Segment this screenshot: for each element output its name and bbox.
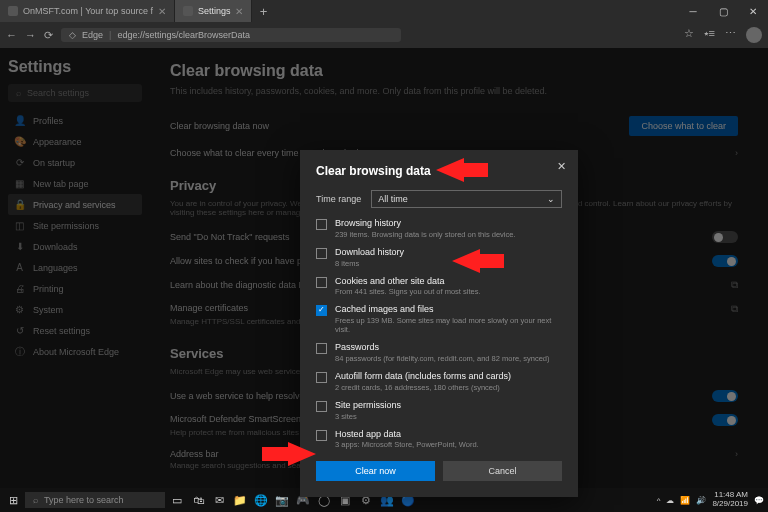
annotation-arrow <box>262 447 288 461</box>
annotation-arrow <box>480 254 504 268</box>
tray-icon[interactable]: 🔊 <box>696 496 706 505</box>
app-icon[interactable]: 📁 <box>231 491 249 509</box>
favorites-list-icon[interactable]: ⭑≡ <box>704 27 715 43</box>
item-title: Site permissions <box>335 400 401 411</box>
address-bar: ← → ⟳ ◇ Edge | edge://settings/clearBrow… <box>0 22 768 48</box>
item-title: Cached images and files <box>335 304 562 315</box>
browser-tab[interactable]: OnMSFT.com | Your top source f ✕ <box>0 0 175 22</box>
tab-label: Settings <box>198 6 231 16</box>
checkbox[interactable] <box>316 343 327 354</box>
checkbox[interactable] <box>316 430 327 441</box>
checkbox[interactable] <box>316 372 327 383</box>
favorite-icon[interactable]: ☆ <box>684 27 694 43</box>
clear-data-item[interactable]: Autofill form data (includes forms and c… <box>316 371 562 392</box>
url-text: edge://settings/clearBrowserData <box>117 30 250 40</box>
minimize-icon[interactable]: ─ <box>678 6 708 17</box>
clear-data-dialog: ✕ Clear browsing data Time range All tim… <box>300 150 578 497</box>
item-title: Cookies and other site data <box>335 276 480 287</box>
checkbox[interactable] <box>316 305 327 316</box>
close-icon[interactable]: ✕ <box>738 6 768 17</box>
clear-data-item[interactable]: Browsing history239 items. Browsing data… <box>316 218 562 239</box>
main: Settings ⌕ Search settings 👤Profiles🎨App… <box>0 48 768 488</box>
checkbox[interactable] <box>316 248 327 259</box>
cancel-button[interactable]: Cancel <box>443 461 562 481</box>
forward-icon[interactable]: → <box>25 29 36 41</box>
notifications-icon[interactable]: 💬 <box>754 496 764 505</box>
clear-data-item[interactable]: Cached images and filesFrees up 139 MB. … <box>316 304 562 334</box>
clear-now-button[interactable]: Clear now <box>316 461 435 481</box>
app-icon[interactable]: ✉ <box>210 491 228 509</box>
item-title: Download history <box>335 247 404 258</box>
avatar[interactable] <box>746 27 762 43</box>
clock-date: 8/29/2019 <box>712 500 748 509</box>
app-icon[interactable]: 📷 <box>273 491 291 509</box>
url-prefix: Edge <box>82 30 103 40</box>
search-icon: ⌕ <box>33 495 38 505</box>
item-title: Hosted app data <box>335 429 479 440</box>
close-tab-icon[interactable]: ✕ <box>158 6 166 17</box>
edge-icon: ◇ <box>69 30 76 40</box>
annotation-arrow <box>464 163 488 177</box>
clear-data-item[interactable]: Cookies and other site dataFrom 441 site… <box>316 276 562 297</box>
titlebar: OnMSFT.com | Your top source f ✕ Setting… <box>0 0 768 22</box>
item-desc: 2 credit cards, 16 addresses, 180 others… <box>335 383 511 392</box>
annotation-arrow <box>288 442 316 466</box>
tab-label: OnMSFT.com | Your top source f <box>23 6 153 16</box>
annotation-arrow <box>436 158 464 182</box>
item-desc: 239 items. Browsing data is only stored … <box>335 230 516 239</box>
clear-data-item[interactable]: Passwords84 passwords (for fidelity.com,… <box>316 342 562 363</box>
time-range-label: Time range <box>316 194 361 204</box>
favicon-icon <box>183 6 193 16</box>
app-icon[interactable]: 🛍 <box>189 491 207 509</box>
menu-icon[interactable]: ⋯ <box>725 27 736 43</box>
url-input[interactable]: ◇ Edge | edge://settings/clearBrowserDat… <box>61 28 401 42</box>
item-title: Passwords <box>335 342 550 353</box>
item-desc: 84 passwords (for fidelity.com, reddit.c… <box>335 354 550 363</box>
clear-data-item[interactable]: Download history8 items <box>316 247 562 268</box>
checkbox[interactable] <box>316 277 327 288</box>
item-desc: 8 items <box>335 259 404 268</box>
clear-data-item[interactable]: Hosted app data3 apps: Microsoft Store, … <box>316 429 562 450</box>
new-tab-button[interactable]: + <box>252 4 274 19</box>
favicon-icon <box>8 6 18 16</box>
back-icon[interactable]: ← <box>6 29 17 41</box>
close-tab-icon[interactable]: ✕ <box>235 6 243 17</box>
window-controls: ─ ▢ ✕ <box>678 6 768 17</box>
item-title: Autofill form data (includes forms and c… <box>335 371 511 382</box>
checkbox[interactable] <box>316 401 327 412</box>
task-view-icon[interactable]: ▭ <box>168 491 186 509</box>
chevron-down-icon: ⌄ <box>547 194 555 204</box>
clear-data-item[interactable]: Site permissions3 sites <box>316 400 562 421</box>
tray-icon[interactable]: ^ <box>657 496 661 505</box>
item-title: Browsing history <box>335 218 516 229</box>
item-desc: Frees up 139 MB. Some sites may load mor… <box>335 316 562 334</box>
system-tray[interactable]: ^ ☁ 📶 🔊 11:48 AM 8/29/2019 💬 <box>657 491 764 509</box>
app-icon[interactable]: 🌐 <box>252 491 270 509</box>
item-desc: From 441 sites. Signs you out of most si… <box>335 287 480 296</box>
checkbox[interactable] <box>316 219 327 230</box>
tray-icon[interactable]: ☁ <box>666 496 674 505</box>
browser-tab-active[interactable]: Settings ✕ <box>175 0 253 22</box>
item-desc: 3 sites <box>335 412 401 421</box>
time-range-select[interactable]: All time ⌄ <box>371 190 562 208</box>
annotation-arrow <box>452 249 480 273</box>
tray-icon[interactable]: 📶 <box>680 496 690 505</box>
dialog-close-icon[interactable]: ✕ <box>557 160 566 173</box>
maximize-icon[interactable]: ▢ <box>708 6 738 17</box>
taskbar-search[interactable]: ⌕ Type here to search <box>25 492 165 508</box>
start-icon[interactable]: ⊞ <box>4 491 22 509</box>
item-desc: 3 apps: Microsoft Store, PowerPoint, Wor… <box>335 440 479 449</box>
refresh-icon[interactable]: ⟳ <box>44 29 53 42</box>
